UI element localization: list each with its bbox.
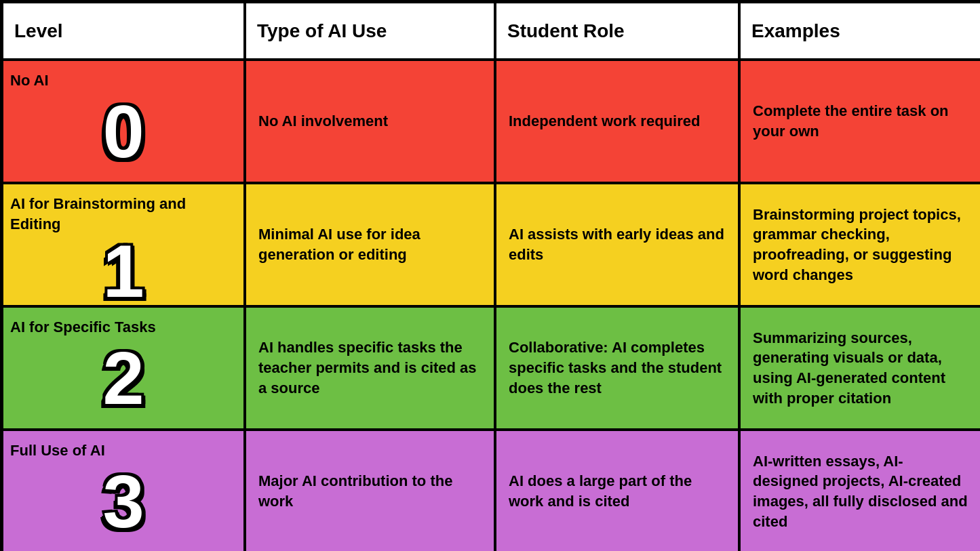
- type-cell-0: No AI involvement: [245, 60, 495, 183]
- examples-cell-1: Brainstorming project topics, grammar ch…: [739, 183, 980, 306]
- type-cell-2: AI handles specific tasks the teacher pe…: [245, 306, 495, 430]
- level-label-3: Full Use of AI: [10, 441, 105, 461]
- role-cell-3: AI does a large part of the work and is …: [495, 430, 739, 551]
- examples-text-3: AI-written essays, AI-designed projects,…: [753, 451, 968, 532]
- examples-text-1: Brainstorming project topics, grammar ch…: [753, 205, 968, 285]
- header-examples: Examples: [739, 2, 980, 60]
- examples-cell-2: Summarizing sources, generating visuals …: [739, 306, 980, 430]
- header-level: Level: [2, 2, 245, 60]
- header-type-text: Type of AI Use: [257, 20, 387, 42]
- role-cell-1: AI assists with early ideas and edits: [495, 183, 739, 306]
- type-text-3: Major AI contribution to the work: [258, 471, 482, 511]
- role-text-1: AI assists with early ideas and edits: [509, 224, 726, 264]
- role-cell-0: Independent work required: [495, 60, 739, 183]
- level-cell-1: AI for Brainstorming and Editing 1: [2, 183, 245, 306]
- header-examples-text: Examples: [751, 20, 840, 42]
- role-text-2: Collaborative: AI completes specific tas…: [509, 338, 726, 398]
- header-type: Type of AI Use: [245, 2, 495, 60]
- level-label-0: No AI: [10, 70, 49, 91]
- level-label-1: AI for Brainstorming and Editing: [10, 194, 237, 234]
- level-number-0: 0: [10, 94, 237, 169]
- examples-text-2: Summarizing sources, generating visuals …: [753, 328, 968, 409]
- role-cell-2: Collaborative: AI completes specific tas…: [495, 306, 739, 430]
- role-text-3: AI does a large part of the work and is …: [509, 471, 726, 511]
- type-text-0: No AI involvement: [258, 111, 388, 131]
- examples-cell-0: Complete the entire task on your own: [739, 60, 980, 183]
- type-cell-3: Major AI contribution to the work: [245, 430, 495, 551]
- type-cell-1: Minimal AI use for idea generation or ed…: [245, 183, 495, 306]
- level-number-1: 1: [10, 234, 237, 308]
- level-cell-2: AI for Specific Tasks 2: [2, 306, 245, 430]
- examples-text-0: Complete the entire task on your own: [753, 101, 968, 141]
- type-text-2: AI handles specific tasks the teacher pe…: [258, 338, 482, 398]
- level-number-2: 2: [10, 341, 237, 415]
- role-text-0: Independent work required: [509, 111, 700, 131]
- type-text-1: Minimal AI use for idea generation or ed…: [258, 224, 482, 264]
- header-level-text: Level: [14, 20, 63, 42]
- level-cell-3: Full Use of AI 3: [2, 430, 245, 551]
- header-role: Student Role: [495, 2, 739, 60]
- level-cell-0: No AI 0: [2, 60, 245, 183]
- level-number-3: 3: [10, 464, 237, 539]
- level-label-2: AI for Specific Tasks: [10, 317, 156, 338]
- header-role-text: Student Role: [507, 20, 625, 42]
- examples-cell-3: AI-written essays, AI-designed projects,…: [739, 430, 980, 551]
- ai-use-table: Level Type of AI Use Student Role Exampl…: [0, 0, 980, 551]
